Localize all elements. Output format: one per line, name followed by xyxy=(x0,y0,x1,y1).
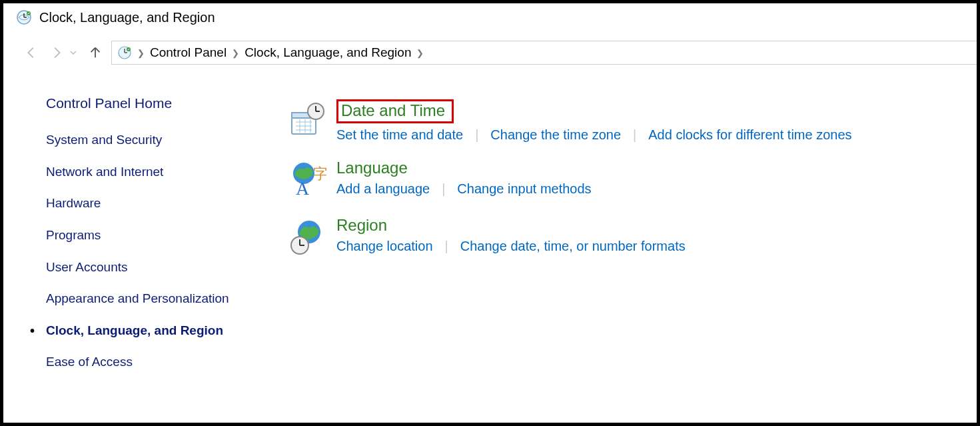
link-separator: | xyxy=(475,127,478,143)
breadcrumb-item[interactable]: Control Panel xyxy=(150,45,227,60)
sidebar-item-ease-of-access[interactable]: Ease of Access xyxy=(46,353,256,371)
link-change-input-methods[interactable]: Change input methods xyxy=(457,181,591,197)
sidebar-item-system-security[interactable]: System and Security xyxy=(46,131,256,149)
link-change-time-zone[interactable]: Change the time zone xyxy=(490,127,621,143)
svg-text:字: 字 xyxy=(313,165,326,182)
main-panel: Date and Time Set the time and date | Ch… xyxy=(276,95,977,385)
breadcrumb: ❯ Control Panel ❯ Clock, Language, and R… xyxy=(137,45,424,60)
link-change-location[interactable]: Change location xyxy=(336,239,433,254)
sidebar-item-user-accounts[interactable]: User Accounts xyxy=(46,259,256,276)
title-bar: Clock, Language, and Region xyxy=(3,3,977,29)
category-date-time: Date and Time Set the time and date | Ch… xyxy=(276,99,977,143)
window-title: Clock, Language, and Region xyxy=(39,10,215,25)
history-dropdown[interactable] xyxy=(69,49,78,56)
link-separator: | xyxy=(442,181,445,197)
link-add-clocks[interactable]: Add clocks for different time zones xyxy=(648,127,851,143)
link-change-formats[interactable]: Change date, time, or number formats xyxy=(460,239,686,254)
window-icon xyxy=(15,9,33,26)
category-title-date-time[interactable]: Date and Time xyxy=(336,99,454,123)
sidebar: Control Panel Home System and Security N… xyxy=(3,95,276,385)
category-title-language[interactable]: Language xyxy=(336,159,408,177)
svg-text:A: A xyxy=(296,178,310,199)
language-globe-icon: 字 A xyxy=(276,159,336,200)
back-button[interactable] xyxy=(22,43,41,62)
chevron-right-icon: ❯ xyxy=(416,48,424,58)
sidebar-item-appearance[interactable]: Appearance and Personalization xyxy=(46,290,256,307)
address-bar-icon xyxy=(117,45,132,60)
category-title-region[interactable]: Region xyxy=(336,216,387,235)
up-button[interactable] xyxy=(86,43,105,62)
sidebar-item-clock-language-region[interactable]: Clock, Language, and Region xyxy=(46,322,256,339)
sidebar-item-network-internet[interactable]: Network and Internet xyxy=(46,163,256,181)
category-region: Region Change location | Change date, ti… xyxy=(276,216,977,257)
sidebar-item-hardware[interactable]: Hardware xyxy=(46,195,256,212)
nav-bar: ❯ Control Panel ❯ Clock, Language, and R… xyxy=(3,29,977,71)
link-separator: | xyxy=(445,239,448,254)
address-bar[interactable]: ❯ Control Panel ❯ Clock, Language, and R… xyxy=(111,41,980,65)
category-language: 字 A Language Add a language | Change inp… xyxy=(276,159,977,200)
region-globe-clock-icon xyxy=(276,216,336,257)
breadcrumb-item[interactable]: Clock, Language, and Region xyxy=(245,45,411,60)
chevron-right-icon: ❯ xyxy=(137,48,145,58)
sidebar-home-link[interactable]: Control Panel Home xyxy=(46,95,256,111)
calendar-clock-icon xyxy=(276,99,336,143)
forward-button[interactable] xyxy=(47,43,66,62)
link-add-language[interactable]: Add a language xyxy=(336,181,430,197)
link-separator: | xyxy=(633,127,636,143)
chevron-right-icon: ❯ xyxy=(232,48,239,58)
link-set-time-date[interactable]: Set the time and date xyxy=(336,127,463,143)
sidebar-item-programs[interactable]: Programs xyxy=(46,227,256,244)
content-area: Control Panel Home System and Security N… xyxy=(3,71,977,385)
